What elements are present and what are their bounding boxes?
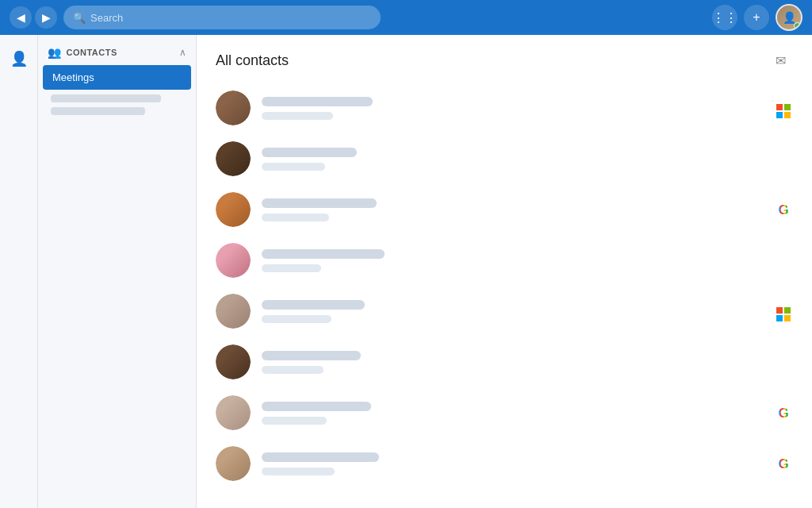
contact-info	[262, 198, 763, 221]
contact-sub-bar	[262, 366, 324, 374]
contact-badge-microsoft	[774, 98, 793, 118]
contact-name-bar	[262, 148, 357, 157]
page-title: All contacts	[216, 52, 289, 69]
ms-blue	[776, 112, 783, 118]
sidebar-placeholder-2	[51, 107, 145, 115]
contact-sub-bar	[262, 468, 335, 475]
avatar	[216, 243, 251, 278]
avatar-image	[216, 192, 251, 227]
ms-green	[784, 104, 791, 110]
contact-item[interactable]	[209, 235, 799, 286]
contact-sub-bar	[262, 315, 331, 323]
ms-green	[784, 307, 791, 314]
ms-red	[776, 307, 783, 314]
microsoft-logo	[776, 104, 791, 118]
topbar: ◀ ▶ 🔍 ⋮⋮ + 👤	[0, 0, 812, 35]
avatar	[216, 192, 251, 227]
avatar	[216, 90, 251, 125]
avatar-image	[216, 395, 251, 430]
back-icon: ◀	[17, 11, 25, 24]
avatar-image	[216, 243, 251, 278]
sidebar-item-meetings[interactable]: Meetings	[43, 65, 191, 90]
contact-info	[262, 148, 763, 171]
avatar	[216, 141, 251, 176]
search-input[interactable]	[90, 12, 371, 24]
contact-item[interactable]	[209, 286, 799, 337]
contact-sub-bar	[262, 417, 327, 425]
contact-badge-microsoft	[774, 301, 793, 321]
add-button[interactable]: +	[744, 5, 769, 30]
contact-item[interactable]: G	[209, 438, 799, 489]
contact-sub-bar	[262, 264, 321, 272]
contacts-sidebar-icon[interactable]: 👤	[5, 44, 33, 73]
main-layout: 👤 👥 CONTACTS ∧ Meetings All contacts ✉	[0, 35, 812, 508]
add-icon: +	[753, 10, 760, 25]
content-area: All contacts ✉	[197, 35, 812, 508]
ms-yellow	[784, 315, 791, 321]
contact-name-bar	[262, 351, 361, 360]
contact-name-bar	[262, 402, 371, 411]
status-indicator	[794, 22, 801, 29]
avatar-image	[216, 90, 251, 125]
contact-info	[262, 97, 763, 120]
contact-sub-bar	[262, 214, 329, 221]
apps-button[interactable]: ⋮⋮	[712, 5, 737, 30]
ms-red	[776, 104, 783, 110]
contact-badge-google: G	[774, 202, 793, 218]
contact-info	[262, 402, 763, 425]
sidebar-placeholder-1	[51, 94, 161, 102]
contact-item[interactable]: G	[209, 184, 799, 235]
content-header: All contacts ✉	[197, 35, 812, 83]
avatar	[216, 294, 251, 329]
email-icon: ✉	[776, 53, 786, 68]
ms-blue	[776, 315, 783, 321]
avatar	[216, 446, 251, 481]
contact-badge-google: G	[774, 456, 793, 472]
contact-item[interactable]	[209, 83, 799, 133]
contact-item[interactable]	[209, 337, 799, 387]
contact-name-bar	[262, 452, 379, 462]
google-logo: G	[778, 456, 788, 471]
sidebar-header-left: 👥 CONTACTS	[48, 46, 117, 59]
contact-info	[262, 351, 763, 374]
user-avatar[interactable]: 👤	[776, 4, 802, 31]
avatar	[216, 344, 251, 379]
nav-buttons: ◀ ▶	[10, 6, 57, 29]
contact-list: G	[197, 83, 812, 489]
ms-yellow	[784, 112, 791, 118]
avatar	[216, 395, 251, 430]
contact-info	[262, 249, 763, 272]
contact-name-bar	[262, 300, 365, 310]
sidebar-section-label: CONTACTS	[67, 48, 117, 57]
forward-icon: ▶	[42, 11, 51, 24]
contact-sub-bar	[262, 163, 325, 171]
avatar-image	[216, 141, 251, 176]
avatar-image	[216, 344, 251, 379]
search-bar: 🔍	[63, 6, 381, 29]
email-button[interactable]: ✉	[768, 48, 793, 73]
back-button[interactable]: ◀	[10, 6, 32, 29]
contact-sub-bar	[262, 112, 333, 120]
forward-button[interactable]: ▶	[35, 6, 57, 29]
apps-icon: ⋮⋮	[712, 10, 737, 25]
contacts-icon: 👥	[48, 46, 62, 59]
contact-name-bar	[262, 249, 385, 259]
contact-item[interactable]	[209, 133, 799, 184]
topbar-right: ⋮⋮ + 👤	[712, 4, 802, 31]
contact-badge-google: G	[774, 405, 793, 421]
avatar-image	[216, 446, 251, 481]
contact-info	[262, 300, 763, 323]
google-logo: G	[778, 202, 788, 217]
contact-info	[262, 452, 763, 475]
microsoft-logo	[776, 307, 791, 321]
contact-name-bar	[262, 97, 373, 106]
contact-name-bar	[262, 198, 377, 208]
left-sidebar: 👥 CONTACTS ∧ Meetings	[38, 35, 197, 508]
avatar-image	[216, 294, 251, 329]
chevron-up-icon[interactable]: ∧	[179, 47, 186, 58]
meetings-label: Meetings	[52, 71, 94, 83]
person-icon: 👤	[10, 50, 28, 67]
contact-item[interactable]: G	[209, 387, 799, 438]
icon-sidebar: 👤	[0, 35, 38, 508]
search-icon: 🔍	[73, 12, 86, 24]
